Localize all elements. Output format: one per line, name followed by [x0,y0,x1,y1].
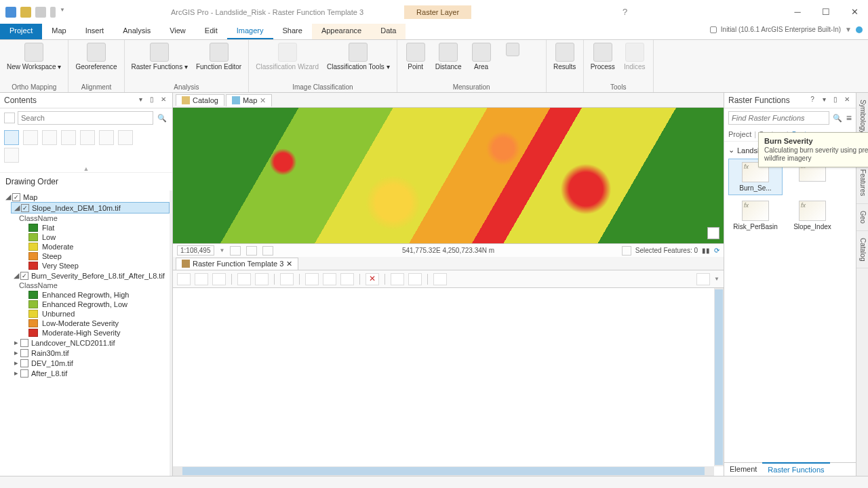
classification-tools-button[interactable]: Classification Tools ▾ [324,41,393,72]
dropdown-icon[interactable]: ▼ [60,7,71,18]
list-by-selection-button[interactable] [42,130,57,145]
minimize-button[interactable]: ─ [784,3,811,22]
rft-tool-button[interactable] [280,273,294,285]
help-icon[interactable]: ? [808,96,817,105]
layer-row[interactable]: ▸After_L8.tif [11,368,170,378]
layer-row[interactable]: ▸Landcover_NLCD2011.tif [11,338,170,348]
distance-button[interactable]: Distance [433,41,465,72]
expand-icon[interactable]: ▸ [12,369,20,378]
close-icon[interactable]: ✕ [842,96,852,105]
tab-edit[interactable]: Edit [195,24,227,39]
refresh-icon[interactable]: ⟳ [714,247,719,254]
rf-search-input[interactable] [728,111,829,125]
layer-row[interactable]: ▸Rain30m.tif [11,348,170,358]
mensuration-more-button[interactable] [498,41,527,59]
autohide-icon[interactable]: ▯ [831,96,840,105]
pause-icon[interactable]: ▮▮ [702,247,710,254]
layer-row[interactable]: ◢ ✓ Slope_Index_DEM_10m.tif [11,202,170,214]
menu-icon[interactable]: ▾ [136,96,145,105]
rft-canvas[interactable] [173,288,724,476]
checkbox[interactable]: ✓ [21,204,29,212]
open-icon[interactable] [20,7,31,18]
rf-item-slope-index[interactable]: Slope_Index [785,198,840,233]
tab-project[interactable]: Project [0,24,42,39]
tab-insert[interactable]: Insert [76,24,114,39]
rft-tool-button[interactable] [696,273,710,285]
rft-tool-button[interactable] [408,273,422,285]
rft-tool-button[interactable] [255,273,269,285]
side-tab-geo[interactable]: Geo [856,204,868,231]
layer-row[interactable]: ▸DEV_10m.tif [11,358,170,368]
help-icon[interactable]: ? [623,7,627,17]
side-tab-catalog[interactable]: Catalog [856,231,868,268]
redo-icon[interactable] [35,7,46,18]
collapse-icon[interactable]: ◢ [4,192,12,201]
map-view[interactable] [173,108,724,243]
list-by-labeling-button[interactable] [99,130,114,145]
contents-search-input[interactable] [18,111,153,125]
checkbox[interactable]: ✓ [20,272,28,280]
footer-raster-functions[interactable]: Raster Functions [762,462,829,476]
undo-icon[interactable] [50,7,56,18]
status-btn[interactable] [246,246,257,256]
list-by-chart-button[interactable] [118,130,133,145]
checkbox[interactable]: ✓ [12,193,20,201]
tab-data[interactable]: Data [371,24,406,39]
vertical-scrollbar[interactable] [714,288,724,466]
list-by-source-button[interactable] [23,130,38,145]
list-by-editing-button[interactable] [61,130,76,145]
area-button[interactable]: Area [467,41,496,72]
new-workspace-button[interactable]: New Workspace ▾ [4,41,64,72]
expand-icon[interactable]: ▸ [12,338,20,347]
rft-tool-button[interactable] [305,273,319,285]
rft-tool-button[interactable] [212,273,226,285]
rft-tool-button[interactable] [340,273,354,285]
rft-tool-button[interactable] [177,273,191,285]
footer-element[interactable]: Element [724,463,762,476]
rft-delete-button[interactable]: ✕ [366,273,379,285]
nav-icon[interactable] [707,227,719,239]
toc-extra-button[interactable] [4,148,19,163]
list-by-snapping-button[interactable] [80,130,95,145]
checkbox[interactable] [20,369,28,378]
expand-icon[interactable]: ▸ [12,359,20,367]
close-icon[interactable]: ✕ [159,96,168,105]
tab-rft-template[interactable]: Raster Function Template 3✕ [176,258,298,270]
checkbox[interactable] [20,349,28,357]
tab-map[interactable]: Map [42,24,75,39]
rft-tool-button[interactable] [433,273,447,285]
close-icon[interactable]: ✕ [286,260,292,268]
close-button[interactable]: ✕ [841,3,868,22]
map-node[interactable]: ◢ ✓ Map [3,192,170,202]
close-icon[interactable]: ✕ [260,96,266,105]
rft-tool-button[interactable] [237,273,251,285]
horizontal-scrollbar[interactable] [173,466,714,476]
menu-icon[interactable]: ▾ [819,96,829,105]
map-canvas[interactable] [173,108,724,243]
tab-share[interactable]: Share [273,24,312,39]
rft-tool-button[interactable] [391,273,404,285]
rft-tool-button[interactable] [323,273,336,285]
point-button[interactable]: Point [401,41,430,72]
save-icon[interactable] [5,7,16,18]
signin-status[interactable]: Initial (10.6.1 ArcGIS Enterprise Built-… [710,26,863,33]
layer-row[interactable]: ◢ ✓ Burn_Severity_Before_L8.tif_After_L8… [11,270,170,281]
scope-project[interactable]: Project [728,130,751,138]
notification-icon[interactable] [856,26,863,33]
tab-imagery[interactable]: Imagery [227,24,273,39]
rf-item-risk-perbasin[interactable]: Risk_PerBasin [728,198,783,233]
filter-icon[interactable] [4,113,15,123]
georeference-button[interactable]: Georeference [73,41,119,72]
collapse-icon[interactable]: ◢ [12,271,20,280]
status-btn[interactable] [230,246,241,256]
process-button[interactable]: Process [588,41,618,72]
status-btn[interactable] [262,246,273,256]
maximize-button[interactable]: ☐ [812,3,840,22]
tab-map-view[interactable]: Map✕ [226,94,272,106]
snap-icon[interactable] [622,246,631,256]
indices-button[interactable]: Indices [620,41,649,72]
options-icon[interactable]: ≡ [846,113,852,123]
expand-icon[interactable]: ▸ [12,348,20,357]
collapse-icon[interactable]: ◢ [13,203,21,212]
checkbox[interactable] [20,339,28,347]
